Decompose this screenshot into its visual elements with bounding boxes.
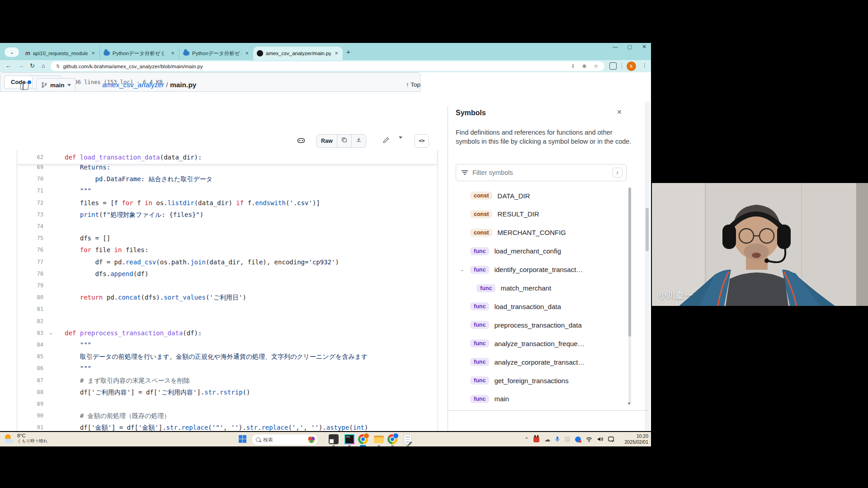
- browser-tab[interactable]: mapi10_requests_module.md✕: [22, 47, 99, 60]
- onedrive-cloud-icon[interactable]: ☁: [544, 436, 550, 443]
- symbols-close-icon[interactable]: ✕: [617, 108, 622, 116]
- symbol-item[interactable]: funcmain: [470, 390, 509, 408]
- file-explorer-icon[interactable]: [374, 434, 384, 444]
- notepad-icon[interactable]: [404, 434, 412, 444]
- page-scrollbar-thumb[interactable]: [646, 208, 649, 251]
- send-to-device-icon[interactable]: ⇩: [571, 63, 575, 69]
- line-number[interactable]: 85: [17, 351, 43, 362]
- tab-close-icon[interactable]: ✕: [170, 51, 175, 56]
- tab-close-icon[interactable]: ✕: [334, 51, 339, 56]
- microphone-icon[interactable]: [555, 436, 560, 442]
- line-number[interactable]: 71: [17, 185, 43, 197]
- line-number[interactable]: 62: [17, 151, 43, 163]
- symbol-item[interactable]: funcpreprocess_transaction_data: [470, 316, 582, 334]
- tab-search-button[interactable]: ⌄: [5, 47, 19, 57]
- line-number[interactable]: 77: [17, 256, 43, 268]
- pycharm-icon[interactable]: PC: [344, 434, 354, 444]
- symbol-item[interactable]: funcmatch_merchant: [476, 279, 551, 297]
- edit-pencil-icon[interactable]: [383, 137, 389, 145]
- line-number[interactable]: 83: [17, 327, 43, 339]
- line-number[interactable]: 70: [17, 173, 43, 185]
- copilot-icon[interactable]: [297, 136, 305, 145]
- breadcrumb-repo-link[interactable]: amex_csv_analyzer: [102, 81, 164, 89]
- weather-temp: 8°C: [17, 433, 47, 438]
- chrome-icon[interactable]: [358, 434, 368, 444]
- symbol-item[interactable]: constRESULT_DIR: [470, 205, 539, 223]
- edit-dropdown-caret[interactable]: [399, 139, 402, 145]
- line-number[interactable]: 88: [17, 386, 43, 398]
- browser-tab[interactable]: Pythonデータ分析ゼミ 週報一覧 /✕: [179, 47, 253, 60]
- symbol-item[interactable]: funcanalyze_corporate_transact…: [470, 353, 585, 371]
- line-number[interactable]: 84: [17, 339, 43, 351]
- bookmark-star-icon[interactable]: ☆: [594, 63, 598, 69]
- site-info-icon[interactable]: ⇅: [56, 64, 59, 69]
- volume-icon[interactable]: [597, 436, 603, 442]
- line-number[interactable]: 79: [17, 280, 43, 291]
- taskbar-search-input[interactable]: 検索: [251, 434, 318, 446]
- browser-tab[interactable]: Pythonデータ分析ゼミ ポータルトッ✕: [99, 47, 179, 60]
- line-number[interactable]: 75: [17, 232, 43, 244]
- start-button[interactable]: [239, 435, 246, 443]
- tab-close-icon[interactable]: ✕: [90, 51, 96, 56]
- forward-icon[interactable]: →: [18, 62, 24, 69]
- expand-chevron-icon[interactable]: ⌄: [460, 267, 464, 272]
- symbol-item[interactable]: funcanalyze_transaction_freque…: [470, 334, 585, 352]
- symbol-item[interactable]: ⌄funcidentify_corporate_transact…: [470, 261, 583, 279]
- line-number[interactable]: 74: [17, 221, 43, 232]
- maximize-icon[interactable]: ▢: [627, 44, 633, 50]
- chrome-profile2-icon[interactable]: [387, 434, 397, 444]
- tray-notification-icon[interactable]: [575, 436, 581, 442]
- symbol-item[interactable]: constDATA_DIR: [470, 187, 530, 205]
- line-number[interactable]: 91: [17, 422, 43, 431]
- participant-video-frame: [652, 183, 868, 306]
- line-number[interactable]: 87: [17, 375, 43, 386]
- minimize-icon[interactable]: —: [612, 44, 618, 50]
- tray-app-icon[interactable]: [533, 436, 539, 442]
- notification-dot: [28, 80, 31, 84]
- symbols-scrollbar-thumb[interactable]: [628, 188, 631, 337]
- line-number[interactable]: 82: [17, 315, 43, 327]
- symbol-item[interactable]: constMERCHANT_CONFIG: [470, 224, 566, 242]
- tray-expand-icon[interactable]: ⌃: [524, 436, 528, 442]
- address-bar[interactable]: ⇅ github.com/k-brahma/amex_csv_analyzer/…: [51, 61, 604, 71]
- line-number[interactable]: 81: [17, 303, 43, 315]
- line-number[interactable]: 78: [17, 268, 43, 280]
- taskbar-clock[interactable]: 10:20 2025/02/01: [623, 433, 648, 445]
- file-tree-toggle-button[interactable]: [17, 79, 32, 94]
- reload-icon[interactable]: ↻: [30, 62, 35, 69]
- line-number[interactable]: 73: [17, 209, 43, 221]
- taskbar-app-icon[interactable]: [329, 434, 339, 444]
- line-number[interactable]: 86: [17, 362, 43, 374]
- filter-symbols-input[interactable]: Filter symbols r: [456, 164, 627, 181]
- collapse-chevron-icon[interactable]: ⌄: [49, 327, 52, 339]
- new-tab-button[interactable]: +: [346, 48, 350, 55]
- symbols-pane-toggle[interactable]: <>: [415, 134, 429, 148]
- symbol-item[interactable]: funcload_transaction_data: [470, 297, 561, 315]
- line-number[interactable]: 89: [17, 398, 43, 410]
- tray-icon[interactable]: [565, 436, 570, 442]
- line-number[interactable]: 76: [17, 244, 43, 256]
- line-number[interactable]: 72: [17, 197, 43, 209]
- symbol-item[interactable]: funcget_foreign_transactions: [470, 371, 569, 389]
- tab-close-icon[interactable]: ✕: [244, 51, 250, 56]
- back-icon[interactable]: ←: [5, 62, 11, 69]
- browser-menu-icon[interactable]: ⋮: [642, 62, 647, 69]
- symbols-scroll-down-arrow[interactable]: ▼: [627, 401, 631, 406]
- profile-avatar[interactable]: k: [627, 61, 636, 71]
- branch-selector[interactable]: main: [36, 78, 76, 92]
- download-icon[interactable]: [352, 135, 366, 147]
- home-icon[interactable]: ⌂: [42, 62, 45, 69]
- zoom-icon[interactable]: ⊕: [582, 63, 586, 69]
- browser-tab[interactable]: amex_csv_analyzer/main.py at✕: [253, 47, 343, 60]
- copy-icon[interactable]: [337, 135, 351, 147]
- extensions-icon[interactable]: [609, 62, 617, 70]
- back-to-top-link[interactable]: ↑ Top: [406, 81, 420, 88]
- ime-icon[interactable]: [608, 436, 615, 442]
- line-number[interactable]: 80: [17, 291, 43, 303]
- symbol-item[interactable]: funcload_merchant_config: [470, 242, 561, 260]
- wifi-icon[interactable]: [586, 437, 592, 442]
- line-number[interactable]: 90: [17, 410, 43, 422]
- close-icon[interactable]: ✕: [641, 44, 647, 50]
- weather-widget[interactable]: 8°C くもり時々晴れ: [5, 433, 47, 444]
- raw-button[interactable]: Raw: [317, 135, 337, 147]
